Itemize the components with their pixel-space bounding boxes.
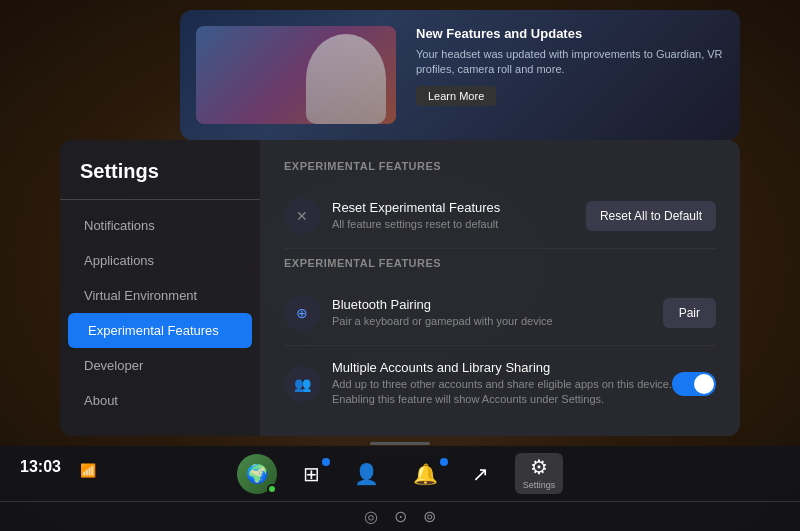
apps-grid-icon: ⊞	[303, 464, 320, 484]
reset-feature-desc: All feature settings reset to default	[332, 217, 586, 232]
section1-title: Experimental Features	[284, 160, 716, 172]
accounts-icon: 👥	[284, 366, 320, 402]
reset-all-button[interactable]: Reset All to Default	[586, 201, 716, 231]
bottom-icon-1[interactable]: ◎	[364, 507, 378, 526]
settings-label: Settings	[523, 480, 556, 490]
main-content: Experimental Features ✕ Reset Experiment…	[260, 140, 740, 436]
banner-description: Your headset was updated with improvemen…	[416, 47, 724, 78]
sidebar-title: Settings	[60, 160, 260, 200]
sidebar-item-applications[interactable]: Applications	[64, 243, 256, 278]
taskbar-bottom: ◎ ⊙ ⊚	[0, 501, 800, 531]
sidebar-item-about[interactable]: About	[64, 383, 256, 418]
reset-experimental-row: ✕ Reset Experimental Features All featur…	[284, 184, 716, 249]
bottom-icon-2[interactable]: ⊙	[394, 507, 407, 526]
bluetooth-feature-name: Bluetooth Pairing	[332, 297, 663, 312]
banner-image	[196, 26, 396, 124]
bluetooth-feature-desc: Pair a keyboard or gamepad with your dev…	[332, 314, 663, 329]
banner-text-area: New Features and Updates Your headset wa…	[396, 26, 724, 106]
section2-title: Experimental Features	[284, 257, 716, 269]
multiple-accounts-row: 👥 Multiple Accounts and Library Sharing …	[284, 346, 716, 422]
notification-dot	[440, 458, 448, 466]
sidebar-item-notifications[interactable]: Notifications	[64, 208, 256, 243]
bluetooth-icon: ⊕	[284, 295, 320, 331]
section2-header: Experimental Features	[284, 257, 716, 269]
people-icon: 👤	[354, 464, 379, 484]
accounts-feature-name: Multiple Accounts and Library Sharing	[332, 360, 672, 375]
avatar-status-dot	[267, 484, 277, 494]
banner-figure	[306, 34, 386, 124]
sidebar-item-developer[interactable]: Developer	[64, 348, 256, 383]
settings-icon: ⚙	[530, 457, 548, 477]
sidebar-item-virtual-environment[interactable]: Virtual Environment	[64, 278, 256, 313]
taskbar-apps-button[interactable]: ⊞	[295, 460, 328, 488]
banner: New Features and Updates Your headset wa…	[180, 10, 740, 140]
taskbar-wifi-icon: 📶	[80, 462, 96, 478]
reset-icon: ✕	[284, 198, 320, 234]
reset-feature-text: Reset Experimental Features All feature …	[332, 200, 586, 232]
taskbar-main: 13:03 📶 🌍 ⊞ 👤 🔔 ↗ ⚙ Settin	[0, 446, 800, 501]
section1-header: Experimental Features	[284, 160, 716, 172]
taskbar-people-button[interactable]: 👤	[346, 460, 387, 488]
taskbar-notification-button[interactable]: 🔔	[405, 460, 446, 488]
pair-button[interactable]: Pair	[663, 298, 716, 328]
taskbar-settings-button[interactable]: ⚙ Settings	[515, 453, 564, 494]
notification-icon: 🔔	[413, 464, 438, 484]
banner-title: New Features and Updates	[416, 26, 724, 41]
accounts-feature-text: Multiple Accounts and Library Sharing Ad…	[332, 360, 672, 408]
taskbar-time: 13:03	[20, 458, 61, 476]
accounts-toggle[interactable]	[672, 372, 716, 396]
settings-panel: Settings Notifications Applications Virt…	[60, 140, 740, 436]
sidebar-item-experimental-features[interactable]: Experimental Features	[68, 313, 252, 348]
toggle-knob	[694, 374, 714, 394]
bluetooth-feature-text: Bluetooth Pairing Pair a keyboard or gam…	[332, 297, 663, 329]
taskbar-share-button[interactable]: ↗	[464, 460, 497, 488]
banner-link[interactable]: Learn More	[416, 86, 496, 106]
bluetooth-row: ⊕ Bluetooth Pairing Pair a keyboard or g…	[284, 281, 716, 346]
taskbar-avatar[interactable]: 🌍	[237, 454, 277, 494]
share-icon: ↗	[472, 464, 489, 484]
bottom-icon-3[interactable]: ⊚	[423, 507, 436, 526]
sidebar: Settings Notifications Applications Virt…	[60, 140, 260, 436]
apps-notification-dot	[322, 458, 330, 466]
accounts-feature-desc: Add up to three other accounts and share…	[332, 377, 672, 408]
taskbar: 13:03 📶 🌍 ⊞ 👤 🔔 ↗ ⚙ Settin	[0, 446, 800, 531]
scroll-indicator	[370, 442, 430, 445]
reset-feature-name: Reset Experimental Features	[332, 200, 586, 215]
